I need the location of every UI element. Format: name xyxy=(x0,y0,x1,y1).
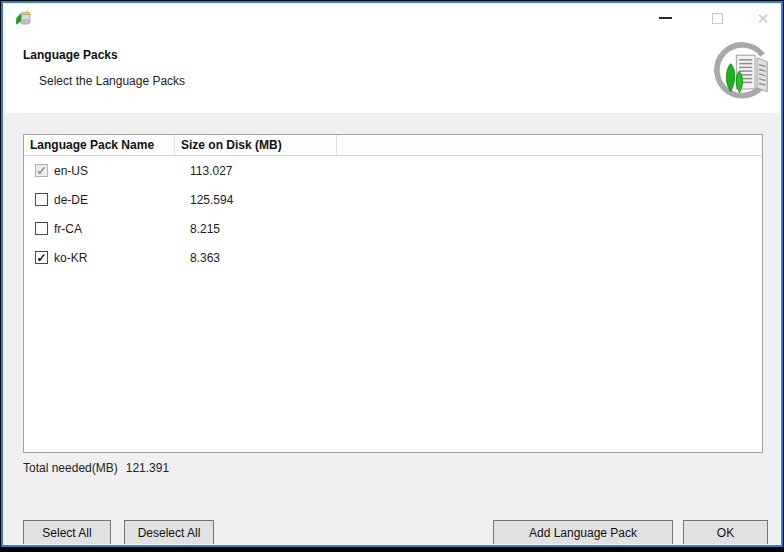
close-button[interactable]: ✕ xyxy=(746,4,780,32)
total-needed: Total needed(MB)121.391 xyxy=(23,461,169,475)
size-on-disk: 8.215 xyxy=(190,222,220,236)
ok-button[interactable]: OK xyxy=(683,520,768,545)
maximize-button[interactable] xyxy=(700,4,734,32)
select-all-button[interactable]: Select All xyxy=(23,520,111,545)
size-on-disk: 113.027 xyxy=(190,164,233,178)
window-outer-border: ✕ Language Packs Select the Language Pac… xyxy=(0,0,784,552)
window-accent-border: ✕ Language Packs Select the Language Pac… xyxy=(1,1,783,547)
page-title: Language Packs xyxy=(23,48,118,62)
page-subtitle: Select the Language Packs xyxy=(39,74,185,88)
close-icon: ✕ xyxy=(757,11,770,26)
table-row: de-DE 125.594 xyxy=(24,185,762,214)
checkbox-en-us[interactable] xyxy=(35,164,48,177)
language-pack-name: de-DE xyxy=(54,193,88,207)
column-header-empty xyxy=(337,135,762,155)
language-pack-name: en-US xyxy=(54,164,88,178)
checkbox-fr-ca[interactable] xyxy=(35,222,48,235)
table-row: ko-KR 8.363 xyxy=(24,243,762,272)
checkbox-ko-kr[interactable] xyxy=(35,251,48,264)
size-on-disk: 8.363 xyxy=(190,251,220,265)
minimize-icon xyxy=(659,17,672,19)
language-pack-name: fr-CA xyxy=(54,222,82,236)
header-band: Language Packs Select the Language Packs xyxy=(4,32,780,113)
table-row: en-US 113.027 xyxy=(24,156,762,185)
language-pack-table: Language Pack Name Size on Disk (MB) en-… xyxy=(23,134,763,453)
sql-server-setup-icon xyxy=(711,42,771,104)
language-packs-dialog: ✕ Language Packs Select the Language Pac… xyxy=(3,3,781,545)
app-icon xyxy=(15,9,32,26)
table-row: fr-CA 8.215 xyxy=(24,214,762,243)
add-language-pack-button[interactable]: Add Language Pack xyxy=(493,520,673,545)
titlebar[interactable]: ✕ xyxy=(4,4,780,32)
language-pack-name: ko-KR xyxy=(54,251,87,265)
total-needed-value: 121.391 xyxy=(126,461,169,475)
deselect-all-button[interactable]: Deselect All xyxy=(124,520,214,545)
maximize-icon xyxy=(712,13,723,24)
size-on-disk: 125.594 xyxy=(190,193,233,207)
checkbox-de-de[interactable] xyxy=(35,193,48,206)
column-header-size[interactable]: Size on Disk (MB) xyxy=(175,135,337,155)
table-header-row: Language Pack Name Size on Disk (MB) xyxy=(24,135,762,156)
column-header-name[interactable]: Language Pack Name xyxy=(24,135,175,155)
minimize-button[interactable] xyxy=(648,4,682,32)
total-needed-label: Total needed(MB) xyxy=(23,461,118,475)
